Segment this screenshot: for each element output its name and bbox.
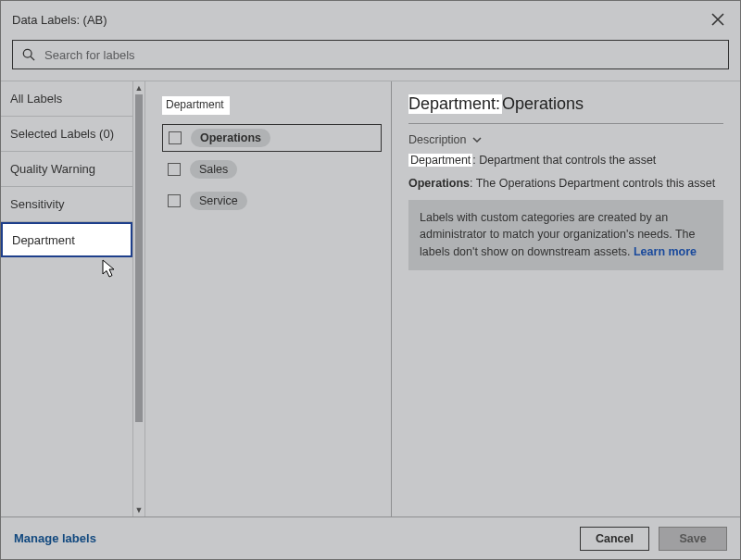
- detail-title-prefix: Department:: [408, 94, 502, 114]
- desc2-rest: : The Operations Department controls thi…: [470, 177, 715, 190]
- description-header-label: Description: [408, 133, 467, 146]
- label-row-service[interactable]: Service: [162, 187, 382, 215]
- info-box: Labels with custom categories are create…: [408, 200, 723, 270]
- category-chip: Department: [162, 96, 230, 115]
- desc2-prefix: Operations: [408, 177, 470, 190]
- description-line-1: Department: Department that controls the…: [408, 152, 723, 169]
- sidebar-item-all-labels[interactable]: All Labels: [1, 81, 132, 117]
- scroll-track[interactable]: [133, 94, 144, 504]
- sidebar-item-label: Quality Warning: [10, 162, 95, 176]
- label-list: Operations Sales Service: [162, 124, 382, 215]
- scroll-down-icon[interactable]: ▼: [133, 504, 144, 516]
- label-row-operations[interactable]: Operations: [162, 124, 382, 152]
- dialog-title: Data Labels: (AB): [12, 13, 107, 27]
- svg-point-0: [23, 49, 31, 57]
- label-pill: Operations: [191, 129, 270, 147]
- search-input[interactable]: [43, 47, 721, 63]
- label-pill: Service: [190, 192, 247, 210]
- detail-title-value: Operations: [502, 94, 584, 113]
- desc1-rest: : Department that controls the asset: [472, 154, 656, 167]
- data-labels-dialog: Data Labels: (AB) All Labels Selected La…: [0, 0, 741, 560]
- manage-labels-link[interactable]: Manage labels: [14, 531, 96, 545]
- cancel-button[interactable]: Cancel: [580, 527, 649, 551]
- desc1-prefix: Department: [408, 154, 472, 167]
- close-button[interactable]: [707, 8, 729, 31]
- sidebar-item-department[interactable]: Department: [1, 222, 132, 257]
- learn-more-link[interactable]: Learn more: [634, 245, 697, 258]
- sidebar-item-quality-warning[interactable]: Quality Warning: [1, 152, 132, 187]
- chevron-down-icon: [472, 135, 482, 144]
- scroll-thumb[interactable]: [135, 94, 143, 422]
- sidebar-item-sensitivity[interactable]: Sensitivity: [1, 187, 132, 222]
- sidebar: All Labels Selected Labels (0) Quality W…: [1, 81, 145, 516]
- labels-panel: Department Operations Sales Service: [145, 81, 392, 516]
- footer-buttons: Cancel Save: [580, 527, 727, 551]
- sidebar-item-selected-labels[interactable]: Selected Labels (0): [1, 117, 132, 152]
- close-icon: [711, 13, 724, 26]
- label-pill: Sales: [190, 160, 237, 179]
- sidebar-scrollbar[interactable]: ▲ ▼: [132, 81, 145, 516]
- checkbox-operations[interactable]: [169, 131, 182, 144]
- detail-title: Department:Operations: [408, 94, 723, 114]
- description-line-2: Operations: The Operations Department co…: [408, 175, 723, 193]
- titlebar: Data Labels: (AB): [1, 1, 740, 36]
- dialog-footer: Manage labels Cancel Save: [1, 516, 740, 559]
- search-section: [1, 36, 740, 81]
- sidebar-item-label: Selected Labels (0): [10, 127, 114, 141]
- save-button[interactable]: Save: [659, 527, 727, 551]
- detail-panel: Department:Operations Description Depart…: [392, 81, 740, 516]
- label-row-sales[interactable]: Sales: [162, 156, 382, 183]
- sidebar-item-label: Department: [12, 233, 75, 247]
- dialog-body: All Labels Selected Labels (0) Quality W…: [1, 81, 740, 516]
- sidebar-item-label: Sensitivity: [10, 197, 65, 211]
- search-bar[interactable]: [12, 40, 729, 69]
- checkbox-service[interactable]: [168, 194, 181, 207]
- description-toggle[interactable]: Description: [408, 133, 723, 146]
- checkbox-sales[interactable]: [168, 163, 181, 176]
- search-icon: [20, 46, 37, 63]
- divider: [408, 123, 723, 124]
- scroll-up-icon[interactable]: ▲: [133, 81, 144, 94]
- sidebar-item-label: All Labels: [10, 92, 62, 106]
